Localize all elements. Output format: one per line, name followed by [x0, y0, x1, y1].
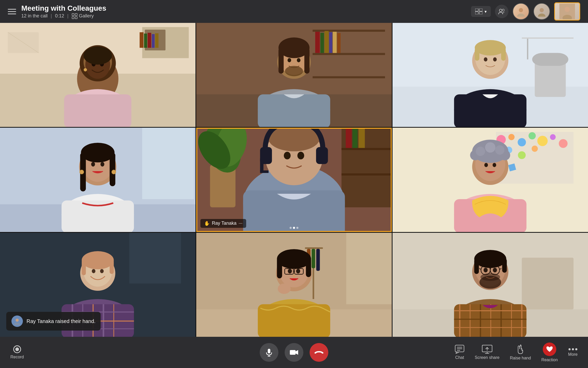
video-thumb-1 [196, 23, 392, 127]
svg-rect-46 [329, 32, 332, 53]
participants-count: 12 in the call [21, 13, 48, 19]
svg-point-165 [100, 269, 104, 273]
mic-button[interactable] [260, 343, 278, 362]
gallery-icon [72, 13, 77, 19]
view-toggle-icon [475, 9, 482, 14]
end-call-button[interactable] [310, 343, 328, 362]
svg-rect-45 [324, 31, 329, 53]
svg-rect-61 [535, 61, 566, 97]
video-cell-3[interactable] [0, 128, 195, 232]
participant-avatar-3[interactable] [554, 2, 580, 21]
svg-point-70 [484, 57, 487, 62]
participant-avatar-2[interactable] [533, 3, 550, 20]
topbar: Meeting with Colleagues 12 in the call |… [0, 0, 588, 23]
svg-rect-53 [304, 48, 310, 74]
svg-point-152 [484, 163, 488, 167]
svg-point-244 [575, 348, 577, 350]
svg-rect-185 [346, 233, 392, 304]
svg-point-198 [278, 283, 291, 294]
svg-point-71 [493, 57, 497, 62]
svg-point-242 [569, 348, 571, 350]
svg-rect-207 [474, 258, 479, 274]
svg-rect-158 [129, 233, 181, 283]
svg-point-67 [475, 40, 506, 56]
svg-point-34 [84, 68, 87, 71]
meeting-title: Meeting with Colleagues [21, 4, 106, 13]
mic-icon [265, 348, 273, 357]
svg-rect-25 [155, 33, 159, 48]
video-cell-8[interactable] [393, 233, 588, 337]
camera-button[interactable] [285, 343, 303, 362]
video-cell-5[interactable] [393, 128, 588, 232]
raisehand-label: Raise hand [510, 356, 531, 360]
svg-rect-129 [260, 171, 269, 173]
svg-rect-69 [501, 48, 506, 61]
bottombar: Record [0, 337, 588, 368]
secondary-controls: Chat Screen share Raise hand [455, 343, 578, 362]
svg-point-151 [485, 142, 495, 153]
svg-rect-73 [454, 94, 527, 127]
speaker-options: ··· [239, 221, 243, 226]
svg-point-176 [16, 319, 19, 322]
raised-hand-badge: ✋ Ray Tanaka ··· [204, 221, 243, 226]
svg-point-191 [278, 257, 309, 267]
svg-rect-183 [312, 249, 315, 268]
svg-rect-42 [313, 76, 385, 78]
svg-rect-47 [333, 32, 337, 53]
svg-point-10 [519, 8, 523, 12]
svg-rect-7 [479, 12, 482, 14]
video-thumb-7 [196, 233, 392, 337]
svg-point-54 [288, 58, 291, 62]
svg-point-136 [537, 136, 548, 146]
svg-point-8 [499, 9, 502, 12]
reaction-button[interactable]: Reaction [541, 343, 558, 362]
toast-avatar [11, 315, 23, 327]
svg-point-138 [559, 139, 568, 148]
svg-point-82 [91, 162, 95, 167]
svg-rect-208 [502, 258, 507, 273]
svg-rect-0 [72, 14, 74, 16]
svg-point-35 [83, 47, 112, 65]
screenshare-label: Screen share [475, 355, 499, 360]
svg-point-153 [493, 163, 496, 167]
video-cell-0[interactable] [0, 23, 195, 127]
svg-rect-22 [144, 34, 147, 48]
record-button[interactable]: Record [10, 345, 24, 359]
svg-rect-43 [315, 32, 320, 53]
participant-avatar-1[interactable] [513, 3, 529, 20]
heart-icon [546, 346, 553, 353]
raisehand-button[interactable]: Raise hand [510, 344, 531, 360]
video-cell-2[interactable] [393, 23, 588, 127]
svg-rect-116 [342, 173, 391, 176]
video-cell-7[interactable] [196, 233, 392, 337]
svg-point-243 [572, 348, 574, 350]
svg-rect-2 [72, 17, 74, 19]
hamburger-menu[interactable] [8, 7, 16, 16]
participants-button[interactable] [495, 5, 508, 18]
video-cell-6[interactable]: Ray Tanaka raised their hand. [0, 233, 195, 337]
video-cell-4-active[interactable]: ✋ Ray Tanaka ··· [196, 128, 392, 232]
view-toggle-button[interactable]: ▾ [471, 6, 491, 17]
video-thumb-5 [393, 128, 588, 232]
screenshare-button[interactable]: Screen share [475, 345, 499, 360]
chat-label: Chat [455, 355, 464, 360]
svg-rect-81 [110, 153, 115, 186]
svg-rect-119 [358, 129, 365, 148]
toast-message: Ray Tanaka raised their hand. [27, 318, 95, 324]
more-button[interactable]: More [568, 348, 578, 357]
speaker-label: ✋ Ray Tanaka ··· [200, 219, 246, 228]
chat-button[interactable]: Chat [455, 345, 464, 360]
svg-point-11 [517, 14, 525, 17]
svg-point-55 [297, 58, 300, 62]
meeting-meta: 12 in the call | 0:12 | Gallery [21, 13, 106, 19]
gallery-view-button[interactable]: Gallery [72, 13, 94, 19]
svg-point-83 [100, 162, 104, 167]
video-cell-1[interactable] [196, 23, 392, 127]
svg-rect-203 [522, 257, 573, 309]
svg-rect-4 [475, 9, 478, 11]
raisehand-icon [517, 344, 524, 354]
svg-rect-163 [110, 260, 114, 274]
svg-point-150 [495, 145, 505, 155]
record-icon [13, 345, 21, 353]
video-grid: ✋ Ray Tanaka ··· [0, 23, 588, 337]
